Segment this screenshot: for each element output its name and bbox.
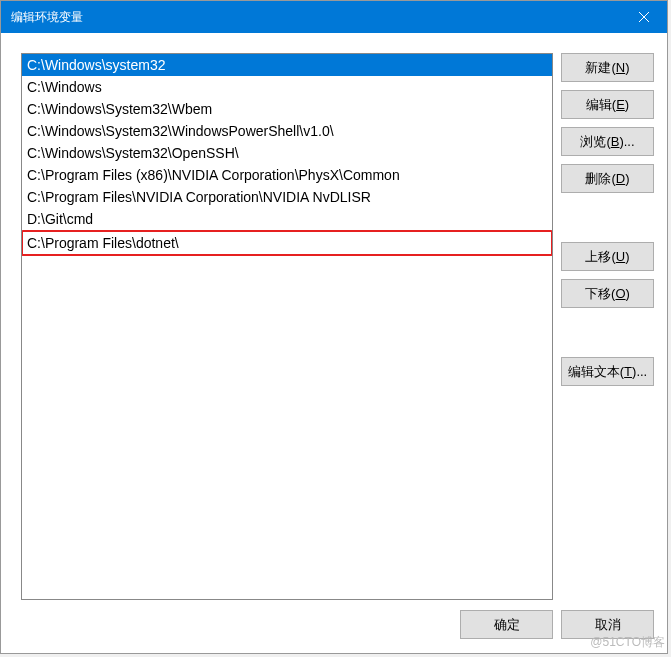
close-icon <box>639 12 649 22</box>
list-item[interactable]: C:\Windows\system32 <box>22 54 552 76</box>
list-item[interactable]: C:\Windows\System32\OpenSSH\ <box>22 142 552 164</box>
close-button[interactable] <box>621 1 667 33</box>
list-item[interactable]: D:\Git\cmd <box>22 208 552 230</box>
list-item[interactable]: C:\Program Files\NVIDIA Corporation\NVID… <box>22 186 552 208</box>
list-item[interactable]: C:\Windows\System32\Wbem <box>22 98 552 120</box>
list-item[interactable]: C:\Program Files (x86)\NVIDIA Corporatio… <box>22 164 552 186</box>
move-down-button[interactable]: 下移(O) <box>561 279 654 308</box>
dialog-window: 编辑环境变量 C:\Windows\system32C:\WindowsC:\W… <box>0 0 668 654</box>
path-listbox[interactable]: C:\Windows\system32C:\WindowsC:\Windows\… <box>21 53 553 600</box>
window-title: 编辑环境变量 <box>11 9 83 26</box>
cancel-button[interactable]: 取消 <box>561 610 654 639</box>
footer: 确定 取消 <box>1 608 667 653</box>
move-up-button[interactable]: 上移(U) <box>561 242 654 271</box>
new-button[interactable]: 新建(N) <box>561 53 654 82</box>
content-area: C:\Windows\system32C:\WindowsC:\Windows\… <box>1 33 667 608</box>
browse-button[interactable]: 浏览(B)... <box>561 127 654 156</box>
edit-button[interactable]: 编辑(E) <box>561 90 654 119</box>
list-item[interactable]: C:\Windows\System32\WindowsPowerShell\v1… <box>22 120 552 142</box>
ok-button[interactable]: 确定 <box>460 610 553 639</box>
delete-button[interactable]: 删除(D) <box>561 164 654 193</box>
list-item[interactable]: C:\Windows <box>22 76 552 98</box>
list-item-highlighted[interactable]: C:\Program Files\dotnet\ <box>21 230 553 256</box>
edit-text-button[interactable]: 编辑文本(T)... <box>561 357 654 386</box>
button-column: 新建(N) 编辑(E) 浏览(B)... 删除(D) 上移(U) 下移(O) 编… <box>561 53 654 600</box>
titlebar: 编辑环境变量 <box>1 1 667 33</box>
